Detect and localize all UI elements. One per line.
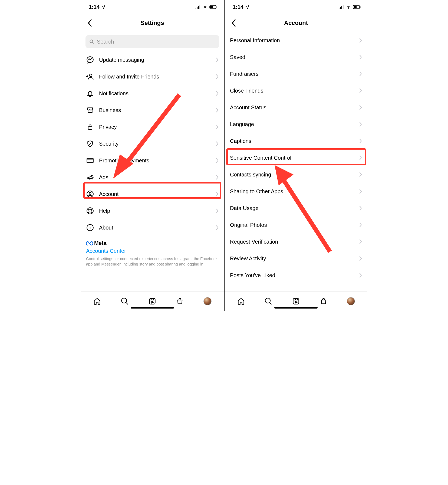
settings-item-label: Promotion Payments — [99, 158, 211, 164]
svg-rect-0 — [195, 8, 196, 9]
page-title: Account — [225, 19, 367, 27]
settings-item-label: Account — [99, 191, 211, 197]
chevron-right-icon — [216, 141, 219, 146]
wifi-icon — [346, 5, 351, 9]
account-item-review-activity[interactable]: Review Activity — [225, 250, 367, 267]
chevron-right-icon — [359, 155, 362, 160]
account-item-label: Sharing to Other Apps — [230, 188, 359, 195]
tab-search[interactable] — [262, 295, 274, 307]
search-input[interactable] — [97, 39, 215, 45]
settings-item-update-messaging[interactable]: Update messaging — [81, 51, 224, 68]
account-item-label: Close Friends — [230, 88, 359, 94]
chevron-right-icon — [216, 57, 219, 62]
account-list: Personal Information Saved Fundraisers C… — [225, 32, 367, 291]
svg-line-27 — [126, 302, 128, 304]
svg-point-16 — [89, 192, 91, 194]
back-button[interactable] — [84, 18, 95, 28]
svg-rect-3 — [199, 5, 200, 9]
settings-item-about[interactable]: About — [81, 219, 224, 236]
credit-card-icon — [86, 156, 94, 165]
account-item-sharing-other-apps[interactable]: Sharing to Other Apps — [225, 183, 367, 200]
svg-rect-41 — [360, 6, 361, 8]
nav-header: Settings — [81, 14, 224, 32]
svg-rect-13 — [87, 158, 93, 163]
svg-point-18 — [89, 209, 91, 212]
account-item-data-usage[interactable]: Data Usage — [225, 200, 367, 217]
account-item-personal-info[interactable]: Personal Information — [225, 32, 367, 49]
settings-item-label: Update messaging — [99, 57, 211, 63]
account-item-captions[interactable]: Captions — [225, 133, 367, 149]
svg-line-8 — [92, 42, 94, 44]
chevron-right-icon — [216, 225, 219, 230]
settings-item-help[interactable]: Help — [81, 202, 224, 219]
accounts-center-link[interactable]: Accounts Center — [86, 248, 219, 254]
tab-home[interactable] — [235, 295, 247, 307]
chevron-right-icon — [216, 158, 219, 163]
account-item-label: Captions — [230, 138, 359, 144]
add-friend-icon — [86, 73, 94, 81]
account-item-sensitive-content[interactable]: Sensitive Content Control — [225, 149, 367, 166]
chevron-right-icon — [216, 192, 219, 196]
account-item-label: Fundraisers — [230, 71, 359, 77]
tab-reels[interactable] — [290, 295, 302, 307]
home-indicator — [131, 307, 174, 309]
settings-item-label: About — [99, 225, 211, 231]
account-item-label: Request Verification — [230, 239, 359, 245]
tab-reels[interactable] — [146, 295, 158, 307]
account-item-close-friends[interactable]: Close Friends — [225, 82, 367, 99]
account-item-label: Language — [230, 121, 359, 127]
account-item-account-status[interactable]: Account Status — [225, 99, 367, 116]
chevron-right-icon — [216, 124, 219, 129]
chevron-right-icon — [359, 38, 362, 43]
svg-rect-1 — [197, 7, 197, 9]
bell-icon — [86, 89, 94, 97]
search-input-container[interactable] — [85, 35, 219, 48]
meta-footer-section: Meta Accounts Center Control settings fo… — [81, 236, 224, 270]
status-bar: 1:14 — [225, 0, 367, 14]
chevron-right-icon — [216, 91, 219, 96]
settings-item-privacy[interactable]: Privacy — [81, 119, 224, 135]
account-item-request-verification[interactable]: Request Verification — [225, 233, 367, 250]
messenger-icon — [86, 56, 94, 64]
svg-point-7 — [90, 40, 93, 43]
lifebuoy-icon — [86, 207, 94, 215]
account-item-original-photos[interactable]: Original Photos — [225, 217, 367, 233]
settings-item-notifications[interactable]: Notifications — [81, 85, 224, 102]
svg-line-19 — [88, 209, 89, 210]
back-button[interactable] — [228, 18, 239, 28]
tab-shop[interactable] — [174, 295, 186, 307]
chevron-right-icon — [359, 222, 362, 227]
settings-item-label: Follow and Invite Friends — [99, 74, 211, 80]
settings-item-follow-invite[interactable]: Follow and Invite Friends — [81, 68, 224, 85]
chevron-right-icon — [359, 206, 362, 211]
profile-avatar-icon — [347, 297, 355, 305]
tab-profile[interactable] — [202, 295, 213, 307]
tab-home[interactable] — [91, 295, 103, 307]
svg-rect-37 — [341, 6, 342, 9]
phone-account: 1:14 Account — [224, 0, 367, 311]
account-item-contacts-syncing[interactable]: Contacts syncing — [225, 166, 367, 183]
account-item-label: Data Usage — [230, 205, 359, 211]
lock-icon — [86, 123, 94, 131]
svg-line-22 — [88, 212, 89, 213]
account-item-language[interactable]: Language — [225, 116, 367, 133]
settings-item-business[interactable]: Business — [81, 102, 224, 119]
settings-item-label: Business — [99, 107, 211, 113]
account-item-label: Sensitive Content Control — [230, 155, 359, 161]
tab-search[interactable] — [119, 295, 131, 307]
account-item-fundraisers[interactable]: Fundraisers — [225, 65, 367, 82]
tab-profile[interactable] — [345, 295, 357, 307]
svg-marker-48 — [295, 301, 297, 303]
settings-item-account[interactable]: Account — [81, 186, 224, 202]
tab-shop[interactable] — [318, 295, 330, 307]
nav-header: Account — [225, 14, 367, 32]
svg-point-9 — [90, 74, 92, 77]
settings-list: Update messaging Follow and Invite Frien… — [81, 51, 224, 291]
settings-item-security[interactable]: Security — [81, 135, 224, 152]
megaphone-icon — [86, 173, 94, 181]
settings-item-ads[interactable]: Ads — [81, 169, 224, 186]
account-item-saved[interactable]: Saved — [225, 49, 367, 65]
settings-item-promotion-payments[interactable]: Promotion Payments — [81, 152, 224, 169]
chevron-right-icon — [359, 88, 362, 93]
account-item-posts-liked[interactable]: Posts You've Liked — [225, 267, 367, 284]
